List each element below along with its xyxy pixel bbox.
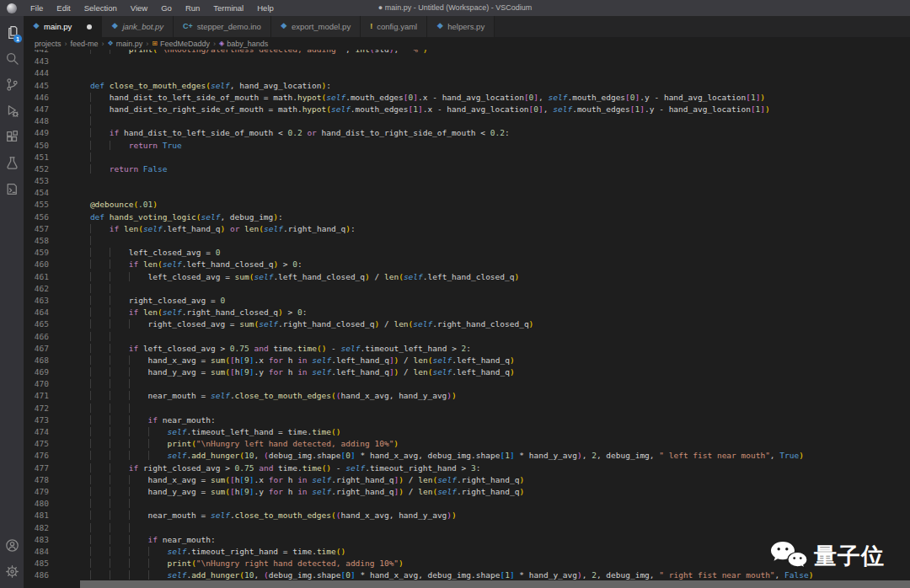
- account-icon[interactable]: [0, 532, 24, 559]
- code-line[interactable]: 460 if len(self.left_hand_closed_q) > 0:: [24, 259, 910, 270]
- code-line[interactable]: 478 hand_x_avg = sum([h[9].x for h in se…: [24, 474, 910, 486]
- vscodium-logo-icon[interactable]: [7, 3, 17, 13]
- code-line[interactable]: 466: [24, 331, 910, 343]
- line-number[interactable]: 475: [24, 438, 71, 450]
- line-number[interactable]: 482: [24, 522, 71, 534]
- horizontal-scrollbar[interactable]: [80, 580, 910, 588]
- testing-icon[interactable]: [0, 150, 24, 176]
- breadcrumb-item-baby_hands[interactable]: ◈baby_hands: [219, 40, 268, 48]
- line-number[interactable]: 467: [24, 343, 71, 355]
- code-line[interactable]: 455 @debounce(.01): [24, 199, 910, 211]
- line-number[interactable]: 474: [24, 426, 71, 438]
- line-number[interactable]: 483: [24, 534, 71, 546]
- line-number[interactable]: 473: [24, 414, 71, 426]
- explorer-icon[interactable]: 1: [0, 19, 24, 45]
- menu-run[interactable]: Run: [179, 0, 206, 16]
- code-line[interactable]: 450 return True: [24, 140, 910, 152]
- code-line[interactable]: 463 right_closed_avg = 0: [24, 295, 910, 307]
- menu-selection[interactable]: Selection: [78, 0, 124, 16]
- line-number[interactable]: 456: [24, 211, 71, 223]
- extensions-icon[interactable]: [0, 124, 24, 150]
- code-line[interactable]: 474 self.timeout_left_hand = time.time(): [24, 426, 910, 438]
- source-control-icon[interactable]: [0, 72, 24, 98]
- code-line[interactable]: 446 hand_dist_to_left_side_of_mouth = ma…: [24, 92, 910, 104]
- code-line[interactable]: 448: [24, 115, 910, 127]
- tab-config.yaml[interactable]: !config.yaml: [361, 16, 427, 37]
- code-line[interactable]: 479 hand_y_avg = sum([h[9].y for h in se…: [24, 486, 910, 498]
- line-number[interactable]: 465: [24, 318, 71, 330]
- code-line[interactable]: 457 if len(self.left_hand_q) or len(self…: [24, 223, 910, 235]
- menu-view[interactable]: View: [124, 0, 154, 16]
- line-number[interactable]: 449: [24, 127, 71, 139]
- code-line[interactable]: 480: [24, 498, 910, 510]
- code-line[interactable]: 476 self.add_hunger(10, (debug_img.shape…: [24, 450, 910, 462]
- code-line[interactable]: 462: [24, 283, 910, 295]
- line-number[interactable]: 484: [24, 546, 71, 558]
- line-number[interactable]: 458: [24, 235, 71, 247]
- code-line[interactable]: 453: [24, 175, 910, 187]
- line-number[interactable]: 468: [24, 355, 71, 366]
- line-number[interactable]: 444: [24, 67, 71, 79]
- breadcrumb-item-main.py[interactable]: ❖main.py: [108, 40, 143, 48]
- code-line[interactable]: 454: [24, 187, 910, 199]
- code-line[interactable]: 464 if len(self.right_hand_closed_q) > 0…: [24, 307, 910, 318]
- code-line[interactable]: 461 left_closed_avg = sum(self.left_hand…: [24, 271, 910, 283]
- tab-main.py[interactable]: ❖main.py: [24, 16, 102, 37]
- line-number[interactable]: 472: [24, 403, 71, 414]
- line-number[interactable]: 481: [24, 510, 71, 521]
- output-icon[interactable]: [0, 176, 24, 202]
- line-number[interactable]: 477: [24, 462, 71, 474]
- line-number[interactable]: 464: [24, 307, 71, 318]
- breadcrumb-item-projects[interactable]: projects: [35, 40, 62, 48]
- line-number[interactable]: 459: [24, 247, 71, 259]
- line-number[interactable]: 461: [24, 271, 71, 283]
- line-number[interactable]: 469: [24, 366, 71, 378]
- settings-icon[interactable]: [0, 559, 24, 585]
- tab-export_model.py[interactable]: ❖export_model.py: [271, 16, 361, 37]
- code-line[interactable]: 444: [24, 67, 910, 79]
- line-number[interactable]: 450: [24, 140, 71, 152]
- line-number[interactable]: 466: [24, 331, 71, 343]
- code-line[interactable]: 467 if left_closed_avg > 0.75 and time.t…: [24, 343, 910, 355]
- line-number[interactable]: 457: [24, 223, 71, 235]
- line-number[interactable]: 479: [24, 486, 71, 498]
- code-line[interactable]: 442 print("\nRooting/alertness detected,…: [24, 50, 910, 56]
- line-number[interactable]: 445: [24, 80, 71, 92]
- code-line[interactable]: 470: [24, 378, 910, 390]
- run-debug-icon[interactable]: [0, 98, 24, 124]
- menu-help[interactable]: Help: [250, 0, 281, 16]
- menu-file[interactable]: File: [24, 0, 50, 16]
- line-number[interactable]: 470: [24, 378, 71, 390]
- code-editor[interactable]: 442 print("\nRooting/alertness detected,…: [24, 50, 910, 588]
- line-number[interactable]: 442: [24, 50, 71, 56]
- line-number[interactable]: 453: [24, 175, 71, 187]
- search-icon[interactable]: [0, 45, 24, 72]
- tab-jank_bot.py[interactable]: ❖jank_bot.py: [102, 16, 174, 37]
- code-line[interactable]: 443: [24, 56, 910, 67]
- line-number[interactable]: 478: [24, 474, 71, 486]
- code-line[interactable]: 482: [24, 522, 910, 534]
- breadcrumb-item-FeedMeDaddy[interactable]: ⊞FeedMeDaddy: [152, 40, 210, 48]
- line-number[interactable]: 476: [24, 450, 71, 462]
- line-number[interactable]: 480: [24, 498, 71, 510]
- modified-dot-icon[interactable]: [87, 24, 92, 29]
- breadcrumb-item-feed-me[interactable]: feed-me: [71, 40, 99, 48]
- tab-helpers.py[interactable]: ❖helpers.py: [427, 16, 495, 37]
- code-line[interactable]: 451: [24, 152, 910, 163]
- line-number[interactable]: 460: [24, 259, 71, 270]
- line-number[interactable]: 446: [24, 92, 71, 104]
- code-line[interactable]: 445 def close_to_mouth_edges(self, hand_…: [24, 80, 910, 92]
- code-line[interactable]: 472: [24, 403, 910, 414]
- line-number[interactable]: 454: [24, 187, 71, 199]
- menu-go[interactable]: Go: [154, 0, 179, 16]
- line-number[interactable]: 485: [24, 558, 71, 569]
- code-line[interactable]: 465 right_closed_avg = sum(self.right_ha…: [24, 318, 910, 330]
- line-number[interactable]: 452: [24, 163, 71, 175]
- line-number[interactable]: 462: [24, 283, 71, 295]
- line-number[interactable]: 447: [24, 104, 71, 115]
- code-line[interactable]: 471 near_mouth = self.close_to_mouth_edg…: [24, 390, 910, 402]
- line-number[interactable]: 463: [24, 295, 71, 307]
- line-number[interactable]: 471: [24, 390, 71, 402]
- code-line[interactable]: 459 left_closed_avg = 0: [24, 247, 910, 259]
- menu-terminal[interactable]: Terminal: [206, 0, 250, 16]
